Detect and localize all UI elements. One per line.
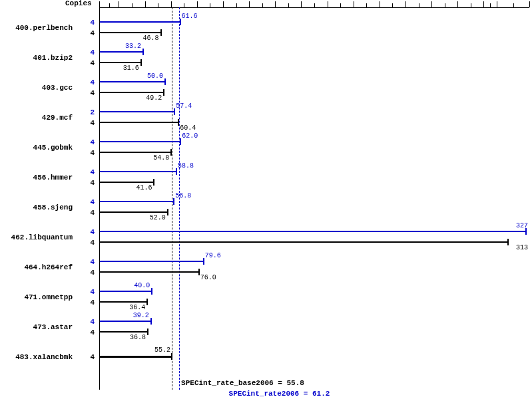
peak-copies: 4: [75, 198, 95, 206]
benchmark-name: 400.perlbench: [0, 24, 73, 32]
peak-bar: [100, 141, 180, 142]
peak-value: 57.4: [176, 102, 192, 110]
peak-copies: 4: [75, 258, 95, 266]
axis-tick-label: 215.0: [370, 0, 390, 1]
benchmark-name: 473.astar: [0, 323, 73, 331]
copies-value: 4: [75, 353, 95, 361]
benchmark-row: 400.perlbench461.6446.8: [0, 15, 529, 41]
base-copies: 4: [75, 329, 95, 336]
axis-tick-label: 75.0: [189, 0, 205, 1]
peak-copies: 4: [75, 318, 95, 326]
base-bar: [100, 92, 164, 93]
base-value: 49.2: [146, 94, 162, 102]
summary-base: SPECint_rate_base2006 = 55.8: [0, 379, 532, 387]
result-value: 55.2: [154, 346, 170, 354]
peak-value: 58.8: [178, 162, 194, 170]
base-value: 313: [516, 244, 528, 251]
peak-value: 79.6: [205, 252, 221, 259]
peak-copies: 4: [75, 138, 95, 146]
axis-tick-label: 0: [97, 0, 101, 1]
benchmark-row: 471.omnetpp440.0436.4: [0, 284, 529, 311]
benchmark-name: 401.bzip2: [0, 54, 73, 62]
base-copies: 4: [75, 59, 95, 67]
base-copies: 4: [75, 149, 95, 157]
peak-value: 39.2: [133, 312, 149, 319]
peak-bar: [100, 201, 174, 202]
peak-copies: 4: [75, 49, 95, 57]
peak-bar: [100, 261, 204, 262]
base-value: 41.6: [136, 184, 152, 192]
peak-value: 61.6: [182, 13, 198, 20]
spec-rate-chart: Copies 015.035.055.075.095.0115.0135.015…: [0, 0, 532, 403]
peak-copies: 4: [75, 78, 95, 86]
base-value: 31.6: [123, 65, 139, 72]
peak-value: 33.2: [125, 43, 141, 50]
benchmark-name: 458.sjeng: [0, 203, 73, 211]
peak-bar: [100, 291, 152, 292]
axis-tick-label: 330: [523, 0, 532, 1]
base-bar: [100, 32, 161, 33]
peak-copies: 4: [75, 168, 95, 176]
benchmark-name: 471.omnetpp: [0, 293, 73, 301]
base-value: 52.0: [150, 214, 166, 221]
base-bar: [100, 122, 178, 123]
benchmark-name: 403.gcc: [0, 84, 73, 92]
base-copies: 4: [75, 209, 95, 217]
peak-bar: [100, 171, 176, 172]
peak-value: 56.8: [175, 192, 191, 200]
base-bar: [100, 62, 141, 63]
base-bar: [100, 152, 171, 153]
benchmark-name: 483.xalancbmk: [0, 353, 73, 361]
peak-value: 327: [516, 222, 528, 229]
base-copies: 4: [75, 269, 95, 277]
x-axis: [99, 7, 529, 8]
benchmark-row: 458.sjeng456.8452.0: [0, 194, 529, 221]
base-value: 54.8: [153, 154, 169, 162]
axis-tick-label: 15.0: [111, 0, 127, 1]
peak-value: 50.0: [147, 72, 163, 80]
peak-bar: [100, 231, 526, 232]
base-value: 60.4: [180, 124, 196, 132]
base-bar: [100, 241, 508, 243]
benchmark-name: 456.hmmer: [0, 174, 73, 182]
base-copies: 4: [75, 179, 95, 187]
base-copies: 4: [75, 299, 95, 307]
benchmark-row: 464.h264ref479.6476.0: [0, 254, 529, 281]
base-bar: [100, 331, 148, 333]
base-bar: [100, 301, 147, 303]
benchmark-row: 445.gobmk462.0454.8: [0, 134, 529, 161]
axis-tick-label: 235.0: [396, 0, 415, 1]
benchmark-row: 401.bzip2433.2431.6: [0, 45, 529, 71]
benchmark-row: 429.mcf257.4460.4: [0, 104, 529, 131]
summary-peak: SPECint_rate2006 = 61.2: [27, 390, 532, 398]
peak-bar: [100, 111, 174, 112]
peak-bar: [100, 21, 180, 23]
peak-copies: 2: [75, 108, 95, 116]
base-bar: [100, 211, 168, 213]
benchmark-row: 456.hmmer458.8441.6: [0, 164, 529, 191]
axis-tick-label: 255.0: [421, 0, 441, 1]
peak-copies: 4: [75, 19, 95, 27]
benchmark-name: 445.gobmk: [0, 144, 73, 152]
axis-tick-label: 275.0: [447, 0, 467, 1]
benchmark-row: 403.gcc450.0449.2: [0, 74, 529, 101]
peak-copies: 4: [75, 288, 95, 296]
base-value: 36.4: [129, 304, 145, 311]
axis-tick-label: 55.0: [163, 0, 179, 1]
axis-tick-label: 155.0: [291, 0, 311, 1]
peak-bar: [100, 321, 151, 322]
base-copies: 4: [75, 89, 95, 97]
benchmark-row: 483.xalancbmk455.2: [0, 344, 529, 370]
peak-bar: [100, 81, 165, 82]
base-copies: 4: [75, 29, 95, 37]
peak-copies: 4: [75, 228, 95, 236]
axis-tick-label: 115.0: [239, 0, 259, 1]
peak-bar: [100, 51, 143, 53]
benchmark-name: 464.h264ref: [0, 263, 73, 271]
base-value: 46.8: [143, 35, 159, 42]
peak-value: 40.0: [134, 282, 150, 289]
benchmark-row: 473.astar439.2436.8: [0, 314, 529, 340]
axis-tick-label: 195.0: [344, 0, 364, 1]
axis-tick-label: 35.0: [136, 0, 152, 1]
base-bar: [100, 182, 154, 183]
